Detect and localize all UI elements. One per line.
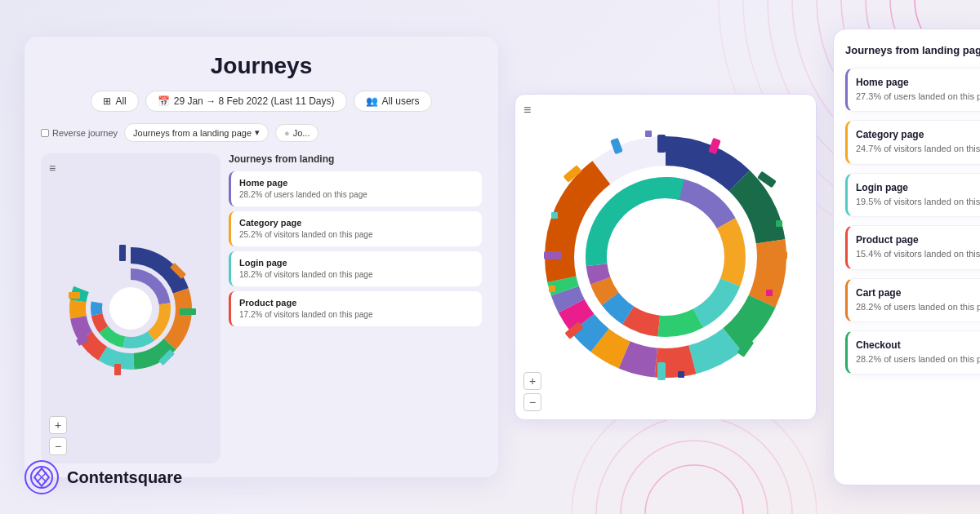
side-item-login[interactable]: Login page 18.2% of visitors landed on t…	[229, 251, 482, 286]
svg-point-29	[109, 287, 152, 330]
side-item-product-desc: 17.2% of visitors landed on this page	[239, 309, 474, 320]
svg-rect-64	[769, 251, 787, 259]
zoom-out-button[interactable]: −	[49, 437, 67, 455]
dashboard-toolbar: ⊞ All 📅 29 Jan → 8 Feb 2022 (Last 11 Day…	[41, 91, 482, 112]
journey-item-checkout-title: Checkout	[856, 339, 980, 351]
large-menu-icon[interactable]: ≡	[523, 103, 531, 117]
large-zoom-out-button[interactable]: −	[523, 393, 541, 411]
large-zoom-controls: + −	[523, 372, 541, 411]
grid-icon: ⊞	[103, 95, 111, 107]
dot-icon: ●	[284, 128, 290, 138]
side-panel-items: Home page 28.2% of users landed on this …	[229, 171, 482, 326]
side-item-home[interactable]: Home page 28.2% of users landed on this …	[229, 171, 482, 206]
viz-area: ≡	[41, 153, 482, 463]
date-range-button[interactable]: 📅 29 Jan → 8 Feb 2022 (Last 11 Days)	[145, 91, 347, 112]
svg-rect-66	[657, 362, 666, 380]
zoom-in-button[interactable]: +	[49, 416, 67, 434]
dashboard-card: Journeys ⊞ All 📅 29 Jan → 8 Feb 2022 (La…	[24, 37, 498, 477]
journey-item-checkout-desc: 28.2% of users landed on this page	[856, 353, 980, 366]
svg-rect-68	[544, 251, 562, 259]
side-panel-title: Journeys from landing	[229, 153, 482, 165]
chevron-down-icon: ▾	[255, 127, 260, 138]
large-donut-chart	[539, 131, 792, 383]
svg-rect-75	[678, 371, 684, 378]
logo-text: Contentsquare	[67, 468, 182, 487]
chart-panel: ≡	[41, 153, 220, 463]
side-panel: Journeys from landing Home page 28.2% of…	[229, 153, 482, 463]
journey-item-cart[interactable]: Cart page 28.2% of users landed on this …	[845, 278, 980, 322]
side-item-home-desc: 28.2% of users landed on this page	[239, 189, 474, 200]
calendar-icon: 📅	[158, 95, 170, 107]
logo-icon	[24, 460, 59, 494]
side-item-product-title: Product page	[239, 298, 474, 308]
journey-item-product-title: Product page	[856, 234, 980, 246]
all-button[interactable]: ⊞ All	[91, 91, 138, 112]
journey-item-category-desc: 24.7% of visitors landed on this page	[856, 143, 980, 155]
users-icon: 👥	[366, 95, 378, 107]
journey-tab2[interactable]: ● Jo...	[275, 124, 318, 142]
journey-item-product[interactable]: Product page 15.4% of visitors landed on…	[845, 225, 980, 269]
journey-item-cart-title: Cart page	[856, 287, 980, 299]
logo-area: Contentsquare	[24, 460, 182, 494]
side-item-product[interactable]: Product page 17.2% of visitors landed on…	[229, 291, 482, 326]
svg-rect-32	[180, 308, 196, 315]
large-chart-container: ≡	[514, 94, 817, 420]
zoom-controls: + −	[49, 416, 67, 455]
journeys-panel-title: Journeys from landing pages	[845, 44, 980, 56]
svg-rect-30	[119, 245, 126, 261]
journey-item-cart-desc: 28.2% of users landed on this page	[856, 301, 980, 313]
small-donut-chart	[65, 243, 196, 374]
menu-icon[interactable]: ≡	[49, 162, 56, 175]
page-title: Journeys	[41, 53, 482, 79]
svg-rect-77	[551, 212, 558, 219]
svg-rect-34	[114, 364, 121, 375]
svg-rect-36	[69, 292, 80, 299]
reverse-journey-filter: Reverse journey	[41, 128, 118, 138]
users-button[interactable]: 👥 All users	[354, 91, 432, 112]
journey-item-home[interactable]: Home page 27.3% of users landed on this …	[845, 68, 980, 112]
side-item-category-desc: 25.2% of visitors landed on this page	[239, 229, 474, 240]
filters-bar: Reverse journey Journeys from a landing …	[41, 123, 482, 142]
journey-item-login-desc: 19.5% of visitors landed on this page	[856, 196, 980, 208]
side-item-home-title: Home page	[239, 178, 474, 188]
journey-item-category[interactable]: Category page 24.7% of visitors landed o…	[845, 120, 980, 164]
large-zoom-in-button[interactable]: +	[523, 372, 541, 390]
journey-item-home-title: Home page	[856, 77, 980, 88]
side-item-category-title: Category page	[239, 218, 474, 228]
journey-items-list: Home page 27.3% of users landed on this …	[845, 68, 980, 470]
reverse-checkbox[interactable]	[41, 129, 49, 137]
large-viz-area: ≡	[514, 94, 817, 420]
journeys-panel: Journeys from landing pages Home page 27…	[833, 29, 980, 485]
side-item-login-title: Login page	[239, 258, 474, 268]
journey-type-dropdown[interactable]: Journeys from a landing page ▾	[124, 123, 269, 142]
svg-rect-62	[657, 135, 666, 153]
journey-item-home-desc: 27.3% of users landed on this page	[856, 91, 980, 103]
side-item-category[interactable]: Category page 25.2% of visitors landed o…	[229, 211, 482, 246]
journey-item-checkout[interactable]: Checkout 28.2% of users landed on this p…	[845, 330, 980, 374]
main-container: Journeys ⊞ All 📅 29 Jan → 8 Feb 2022 (La…	[0, 0, 980, 514]
svg-rect-73	[776, 220, 782, 227]
journey-item-login[interactable]: Login page 19.5% of visitors landed on t…	[845, 173, 980, 217]
side-item-login-desc: 18.2% of visitors landed on this page	[239, 269, 474, 280]
journey-item-category-title: Category page	[856, 129, 980, 140]
svg-rect-74	[766, 290, 773, 296]
svg-rect-76	[549, 286, 555, 292]
svg-rect-72	[645, 131, 652, 137]
journey-item-login-title: Login page	[856, 182, 980, 193]
journey-item-product-desc: 15.4% of visitors landed on this page	[856, 248, 980, 260]
svg-point-61	[621, 212, 710, 302]
